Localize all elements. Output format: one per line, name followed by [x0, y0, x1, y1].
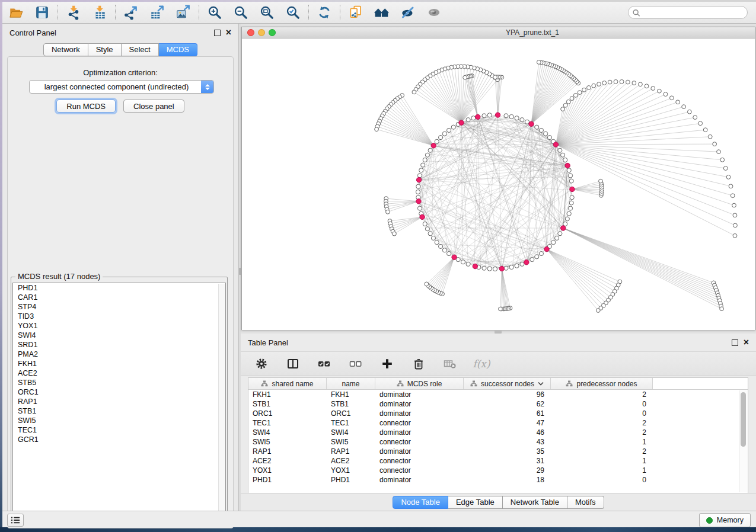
table-cell: 2: [551, 447, 653, 456]
close-window-icon[interactable]: [247, 29, 254, 36]
run-mcds-button[interactable]: Run MCDS: [56, 100, 116, 113]
new-network-from-selection-button[interactable]: [347, 4, 365, 21]
table-cell: ACE2: [248, 456, 327, 466]
column-header-name[interactable]: name: [327, 378, 375, 389]
criterion-select[interactable]: largest connected component (undirected): [29, 80, 214, 94]
table-cell: 61: [464, 409, 551, 418]
float-panel-icon[interactable]: [214, 30, 221, 36]
tab-motifs[interactable]: Motifs: [567, 496, 604, 509]
table-cell: dominator: [375, 390, 464, 399]
save-floppy-icon: [34, 5, 50, 20]
export-image-icon: [176, 5, 191, 20]
import-network-button[interactable]: [65, 4, 82, 21]
table-settings-button[interactable]: [253, 355, 270, 373]
table-row[interactable]: ACE2ACE2connector311: [248, 456, 748, 466]
mcds-tab-content: Optimization criterion: largest connecte…: [7, 56, 234, 528]
export-image-button[interactable]: [174, 4, 192, 21]
criterion-selected-value: largest connected component (undirected): [30, 82, 201, 91]
tab-node-table[interactable]: Node Table: [393, 496, 448, 509]
mcds-result-item[interactable]: ORC1: [13, 387, 225, 397]
search-input[interactable]: [628, 6, 748, 19]
mcds-result-item[interactable]: GCR1: [13, 435, 225, 444]
table-row[interactable]: TEC1TEC1connector472: [248, 418, 748, 428]
delete-column-button[interactable]: [410, 355, 428, 373]
task-history-button[interactable]: [7, 514, 24, 527]
minimize-window-icon[interactable]: [258, 29, 265, 36]
table-row[interactable]: ORC1ORC1dominator610: [248, 409, 748, 418]
tab-network[interactable]: Network: [43, 43, 88, 56]
zoom-in-button[interactable]: [206, 4, 224, 21]
table-scrollbar[interactable]: [739, 390, 747, 492]
table-cell: FKH1: [248, 390, 327, 399]
refresh-layout-button[interactable]: [315, 4, 333, 21]
mcds-result-item[interactable]: CAR1: [13, 293, 225, 302]
export-network-button[interactable]: [122, 4, 140, 21]
mcds-result-item[interactable]: STP4: [13, 302, 225, 312]
tab-network-table[interactable]: Network Table: [503, 496, 567, 509]
mcds-result-item[interactable]: STB5: [13, 378, 225, 387]
float-panel-icon[interactable]: [732, 339, 738, 346]
tab-select[interactable]: Select: [122, 43, 159, 56]
table-row[interactable]: SWI5SWI5connector431: [248, 437, 748, 447]
zoom-selected-button[interactable]: [284, 4, 302, 21]
table-row[interactable]: YOX1YOX1connector291: [248, 466, 748, 475]
mcds-result-item[interactable]: FKH1: [13, 359, 225, 368]
mcds-result-item[interactable]: SWI5: [13, 416, 225, 425]
table-row[interactable]: RAP1RAP1dominator352: [248, 447, 748, 456]
mcds-result-item[interactable]: PMA2: [13, 350, 225, 359]
hide-selected-button[interactable]: [399, 4, 417, 21]
mcds-list-scrollbar[interactable]: [218, 284, 225, 516]
mcds-result-item[interactable]: SWI4: [13, 331, 225, 340]
mcds-result-item[interactable]: TID3: [13, 312, 225, 321]
open-session-button[interactable]: [7, 4, 25, 21]
network-canvas[interactable]: [242, 39, 755, 330]
delete-table-button[interactable]: [441, 355, 459, 373]
import-table-icon: [92, 5, 107, 20]
table-cell: 2: [551, 428, 653, 437]
mcds-result-item[interactable]: STB1: [13, 406, 225, 416]
column-header-mcds-role[interactable]: MCDS role: [375, 378, 464, 389]
table-cell: PHD1: [248, 475, 327, 485]
deselect-all-button[interactable]: [347, 355, 365, 373]
memory-button[interactable]: Memory: [699, 513, 751, 527]
function-builder-button[interactable]: f(x): [473, 355, 490, 373]
zoom-fit-button[interactable]: [258, 4, 276, 21]
tab-edge-table[interactable]: Edge Table: [448, 496, 503, 509]
select-all-button[interactable]: [315, 355, 333, 373]
export-table-icon: [149, 5, 165, 20]
mcds-result-item[interactable]: YOX1: [13, 321, 225, 331]
table-cell: 0: [551, 475, 653, 485]
table-row[interactable]: FKH1FKH1dominator962: [248, 390, 748, 399]
control-panel-title: Control Panel: [9, 28, 56, 37]
close-panel-icon[interactable]: ×: [744, 339, 749, 345]
close-panel-button[interactable]: Close panel: [123, 100, 184, 113]
mcds-result-item[interactable]: SRD1: [13, 340, 225, 350]
mcds-result-item[interactable]: TEC1: [13, 425, 225, 435]
mcds-result-item[interactable]: PHD1: [13, 283, 225, 293]
network-window-titlebar[interactable]: YPA_prune.txt_1: [242, 27, 755, 39]
table-row[interactable]: SWI4SWI4dominator462: [248, 428, 748, 437]
import-table-button[interactable]: [91, 4, 109, 21]
tab-mcds[interactable]: MCDS: [159, 43, 197, 56]
table-scrollbar-thumb[interactable]: [741, 392, 746, 447]
export-table-button[interactable]: [148, 4, 166, 21]
table-cell: STB1: [248, 399, 327, 409]
tab-style[interactable]: Style: [88, 43, 122, 56]
maximize-window-icon[interactable]: [269, 29, 276, 36]
column-header-successor-nodes[interactable]: successor nodes: [464, 378, 551, 389]
column-view-button[interactable]: [284, 355, 302, 373]
table-row[interactable]: STB1STB1dominator620: [248, 399, 748, 409]
optimization-criterion-label: Optimization criterion:: [8, 68, 233, 77]
add-column-button[interactable]: [378, 355, 396, 373]
zoom-out-button[interactable]: [232, 4, 250, 21]
show-all-button[interactable]: [425, 4, 443, 21]
table-row[interactable]: PHD1PHD1dominator180: [248, 475, 748, 485]
first-neighbors-button[interactable]: [373, 4, 391, 21]
column-header-predecessor-nodes[interactable]: predecessor nodes: [551, 378, 653, 389]
mcds-result-item[interactable]: RAP1: [13, 397, 225, 406]
close-panel-icon[interactable]: ×: [226, 30, 231, 36]
mcds-result-item[interactable]: ACE2: [13, 368, 225, 378]
mcds-result-title: MCDS result (17 nodes): [15, 272, 103, 281]
column-header-shared-name[interactable]: shared name: [248, 378, 327, 389]
save-session-button[interactable]: [33, 4, 51, 21]
